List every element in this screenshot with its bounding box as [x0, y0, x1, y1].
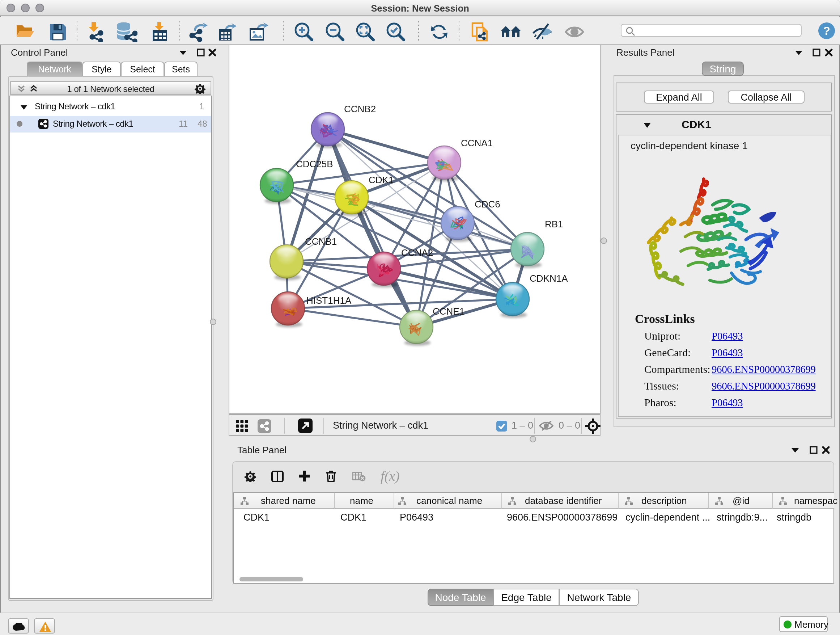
svg-text:RB1: RB1	[545, 219, 563, 230]
svg-text:CDC25B: CDC25B	[296, 158, 333, 169]
svg-text:CCNA1: CCNA1	[461, 138, 493, 149]
svg-text:CDC6: CDC6	[475, 199, 500, 210]
svg-text:CCNB2: CCNB2	[344, 103, 376, 114]
svg-text:CCNE1: CCNE1	[433, 306, 464, 317]
svg-text:CCNB1: CCNB1	[305, 236, 337, 247]
svg-text:HIST1H1A: HIST1H1A	[306, 295, 352, 306]
svg-text:CDKN1A: CDKN1A	[530, 273, 568, 284]
svg-text:CCNA2: CCNA2	[401, 247, 433, 258]
svg-text:CDK1: CDK1	[369, 174, 393, 185]
